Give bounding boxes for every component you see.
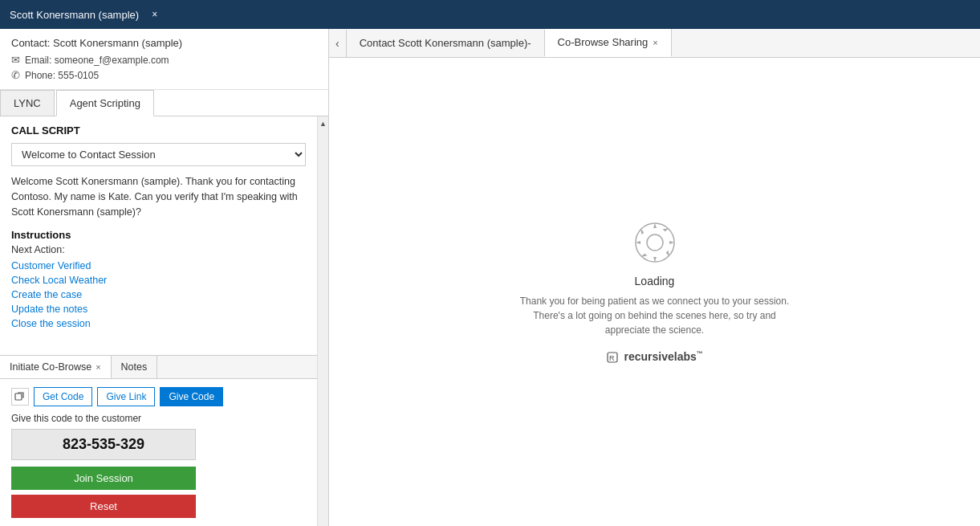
svg-rect-0 — [15, 393, 22, 400]
give-link-button[interactable]: Give Link — [97, 387, 155, 406]
cobrowse-tab-right-close[interactable]: × — [653, 38, 657, 47]
code-instruction-label: Give this code to the customer — [11, 413, 306, 424]
tab-agent-scripting[interactable]: Agent Scripting — [56, 90, 154, 116]
cobrowse-buttons: Get Code Give Link Give Code — [11, 387, 306, 406]
contact-phone-row: ✆ Phone: 555-0105 — [11, 69, 317, 81]
script-select[interactable]: Welcome to Contact Session — [11, 143, 306, 166]
tab-cobrowse-sharing[interactable]: Co-Browse Sharing × — [545, 29, 672, 57]
join-session-button[interactable]: Join Session — [11, 467, 196, 490]
contact-name: Contact: Scott Konersmann (sample) — [11, 37, 317, 49]
left-content: CALL SCRIPT Welcome to Contact Session W… — [0, 116, 317, 526]
tab-notes[interactable]: Notes — [112, 356, 158, 378]
email-icon: ✉ — [11, 54, 20, 66]
scroll-up-button[interactable]: ▲ — [318, 118, 329, 129]
contact-email-row: ✉ Email: someone_f@example.com — [11, 54, 317, 66]
recursive-labs-logo: R recursivelabs™ — [606, 350, 703, 365]
right-panel: ‹ Contact Scott Konersmann (sample)- Co-… — [329, 29, 980, 526]
loading-gear-icon — [632, 220, 677, 265]
action-create-case[interactable]: Create the case — [11, 289, 306, 300]
give-code-button[interactable]: Give Code — [160, 387, 223, 406]
call-script-label: CALL SCRIPT — [11, 124, 306, 137]
left-inner: CALL SCRIPT Welcome to Contact Session W… — [0, 116, 328, 526]
tab-lync[interactable]: LYNC — [0, 90, 55, 116]
action-check-local-weather[interactable]: Check Local Weather — [11, 275, 306, 286]
call-script-section: CALL SCRIPT Welcome to Contact Session W… — [0, 116, 317, 355]
svg-point-1 — [636, 223, 674, 262]
script-text: Welcome Scott Konersmann (sample). Thank… — [11, 174, 306, 219]
svg-text:R: R — [609, 354, 615, 362]
recursive-logo-icon: R — [606, 351, 619, 364]
left-panel: Contact: Scott Konersmann (sample) ✉ Ema… — [0, 29, 329, 526]
get-code-button[interactable]: Get Code — [34, 387, 92, 406]
collapse-button[interactable]: ‹ — [329, 30, 347, 57]
main-container: Contact: Scott Konersmann (sample) ✉ Ema… — [0, 29, 980, 526]
tab-initiate-cobrowse[interactable]: Initiate Co-Browse × — [0, 356, 112, 378]
bottom-tabs: Initiate Co-Browse × Notes — [0, 356, 317, 379]
scroll-bar: ▲ — [317, 116, 328, 526]
instructions-label: Instructions — [11, 229, 306, 241]
svg-point-2 — [647, 234, 663, 251]
tab-contact-scott[interactable]: Contact Scott Konersmann (sample)- — [347, 30, 545, 56]
cobrowse-code-display: 823-535-329 — [11, 429, 196, 460]
right-panel-tabs: ‹ Contact Scott Konersmann (sample)- Co-… — [329, 29, 980, 58]
next-action-label: Next Action: — [11, 244, 306, 255]
reset-button[interactable]: Reset — [11, 495, 196, 518]
title-bar-close-button[interactable]: × — [152, 9, 157, 20]
action-customer-verified[interactable]: Customer Verified — [11, 260, 306, 271]
cobrowse-tab-close-button[interactable]: × — [96, 363, 100, 372]
loading-area: Loading Thank you for being patient as w… — [329, 58, 980, 526]
bottom-panel: Initiate Co-Browse × Notes — [0, 355, 317, 526]
top-tabs: LYNC Agent Scripting — [0, 90, 328, 116]
action-close-session[interactable]: Close the session — [11, 318, 306, 329]
share-icon-svg — [14, 391, 26, 402]
recursive-logo-text: recursivelabs™ — [624, 350, 703, 363]
title-bar: Scott Konersmann (sample) × — [0, 0, 980, 29]
cobrowse-content: Get Code Give Link Give Code Give this c… — [0, 379, 317, 526]
contact-info: Contact: Scott Konersmann (sample) ✉ Ema… — [0, 29, 328, 90]
phone-icon: ✆ — [11, 69, 20, 81]
loading-subtitle: Thank you for being patient as we connec… — [518, 294, 791, 337]
contact-email: Email: someone_f@example.com — [25, 55, 169, 66]
title-bar-text: Scott Konersmann (sample) — [10, 9, 139, 21]
loading-title: Loading — [635, 275, 675, 287]
cobrowse-share-icon[interactable] — [11, 388, 29, 406]
contact-phone: Phone: 555-0105 — [25, 70, 99, 81]
action-update-notes[interactable]: Update the notes — [11, 304, 306, 315]
